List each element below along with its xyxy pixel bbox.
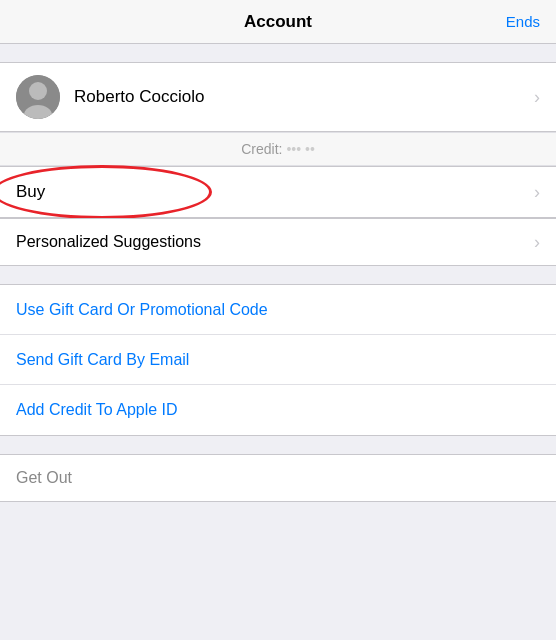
get-out-label: Get Out	[16, 469, 72, 486]
credit-value: ••• ••	[286, 141, 314, 157]
menu-label-add-credit: Add Credit To Apple ID	[16, 401, 178, 419]
suggestions-chevron: ›	[534, 232, 540, 253]
credit-row: Credit: ••• ••	[0, 132, 556, 166]
avatar	[16, 75, 60, 119]
buy-row[interactable]: Buy ›	[0, 167, 556, 217]
user-profile-row[interactable]: Roberto Cocciolo ›	[0, 63, 556, 131]
menu-label-gift-card: Use Gift Card Or Promotional Code	[16, 301, 268, 319]
header: Account Ends	[0, 0, 556, 44]
menu-row-add-credit[interactable]: Add Credit To Apple ID	[0, 385, 556, 435]
get-out-row[interactable]: Get Out	[0, 455, 556, 501]
user-section: Roberto Cocciolo ›	[0, 62, 556, 132]
svg-point-1	[29, 82, 47, 100]
menu-label-send-gift: Send Gift Card By Email	[16, 351, 189, 369]
credit-label: Credit:	[241, 141, 282, 157]
menu-row-gift-card[interactable]: Use Gift Card Or Promotional Code	[0, 285, 556, 335]
get-out-section: Get Out	[0, 454, 556, 502]
buy-row-wrapper: Buy ›	[0, 166, 556, 218]
buy-label: Buy	[16, 182, 45, 202]
user-name: Roberto Cocciolo	[74, 87, 204, 107]
user-row-chevron: ›	[534, 87, 540, 108]
buy-row-chevron: ›	[534, 182, 540, 203]
header-title: Account	[244, 12, 312, 32]
suggestions-label: Personalized Suggestions	[16, 233, 201, 251]
menu-section: Use Gift Card Or Promotional Code Send G…	[0, 284, 556, 436]
menu-row-send-gift[interactable]: Send Gift Card By Email	[0, 335, 556, 385]
personalized-suggestions-row[interactable]: Personalized Suggestions ›	[0, 218, 556, 266]
header-right-label[interactable]: Ends	[506, 13, 540, 30]
